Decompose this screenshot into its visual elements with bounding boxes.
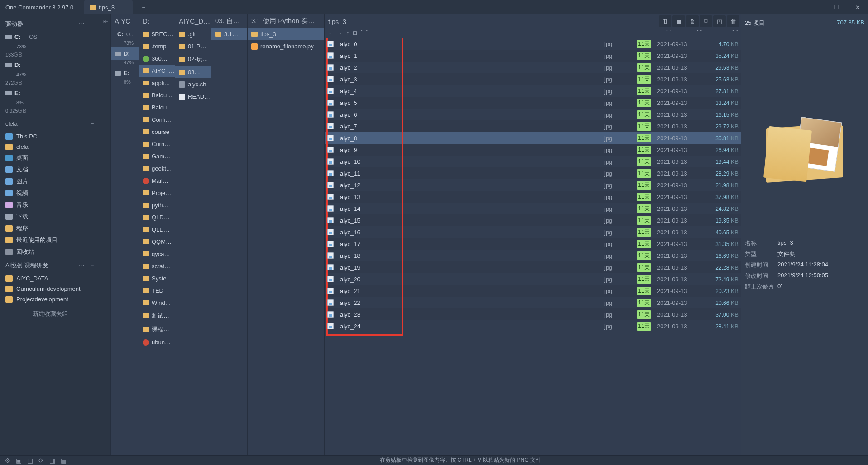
- file-row[interactable]: aiyc_8 jpg 11天 2021-09-13 36.81 KB: [325, 132, 741, 144]
- drive-item[interactable]: C: OS: [0, 32, 101, 42]
- column-item[interactable]: 测试…: [139, 309, 175, 323]
- column-item[interactable]: Syste…: [139, 272, 175, 285]
- layout-icon[interactable]: ▤: [61, 457, 67, 464]
- drive-item[interactable]: D:: [0, 60, 101, 70]
- column-header[interactable]: 3.1 使用 Python 实…: [248, 14, 324, 28]
- sidebar-item[interactable]: clela: [0, 142, 101, 152]
- sidebar-item[interactable]: 最近使用的项目: [0, 234, 101, 246]
- column-item[interactable]: QQM…: [139, 236, 175, 248]
- maximize-button[interactable]: ❐: [826, 0, 847, 14]
- column-header[interactable]: AIYC_D…: [175, 14, 211, 28]
- file-row[interactable]: aiyc_13 jpg 11天 2021-09-13 37.98 KB: [325, 191, 741, 203]
- nav-caretdown-icon[interactable]: ˇ: [366, 30, 368, 36]
- sort-col-icon[interactable]: ˇ: [670, 30, 671, 36]
- column-item[interactable]: 01-P…: [175, 40, 211, 52]
- column-item[interactable]: Mail…: [139, 175, 175, 187]
- settings-icon[interactable]: ⚙: [5, 457, 10, 464]
- nav-forward-icon[interactable]: →: [337, 30, 343, 36]
- file-row[interactable]: aiyc_22 jpg 11天 2021-09-13 20.66 KB: [325, 297, 741, 308]
- column-item[interactable]: TED: [139, 285, 175, 297]
- file-row[interactable]: aiyc_24 jpg 11天 2021-09-13 28.41 KB: [325, 320, 741, 332]
- column-item[interactable]: QLD…: [139, 223, 175, 236]
- file-row[interactable]: aiyc_19 jpg 11天 2021-09-13 22.28 KB: [325, 261, 741, 273]
- sidebar-item[interactable]: AIYC_DATA: [0, 273, 101, 284]
- columns-toggle[interactable]: ⇤: [101, 14, 110, 455]
- sidebar-item[interactable]: 图片: [0, 176, 101, 187]
- column-item[interactable]: Curri…: [139, 138, 175, 150]
- view-icon[interactable]: ▥: [49, 457, 55, 464]
- column-item[interactable]: 360…: [139, 52, 175, 65]
- sidebar-item[interactable]: 音乐: [0, 199, 101, 211]
- column-item[interactable]: ubun…: [139, 336, 175, 348]
- sidebar-item[interactable]: 视频: [0, 187, 101, 199]
- column-item[interactable]: Confi…: [139, 114, 175, 126]
- file-row[interactable]: aiyc_6 jpg 11天 2021-09-13 16.15 KB: [325, 109, 741, 120]
- file-row[interactable]: aiyc_4 jpg 11天 2021-09-13 27.81 KB: [325, 85, 741, 97]
- column-item[interactable]: 3.1…: [211, 28, 247, 40]
- column-item[interactable]: tips_3: [248, 28, 324, 40]
- drive-item[interactable]: C:O…: [111, 28, 139, 40]
- sidebar-item[interactable]: 回收站: [0, 246, 101, 258]
- column-item[interactable]: appli…: [139, 77, 175, 89]
- nav-up-icon[interactable]: ↑: [346, 30, 349, 36]
- new-favorites-button[interactable]: 新建收藏夹组: [33, 310, 68, 318]
- sort-col-icon[interactable]: ˆ: [666, 30, 668, 36]
- file-row[interactable]: aiyc_14 jpg 11天 2021-09-13 24.82 KB: [325, 203, 741, 214]
- file-row[interactable]: aiyc_11 jpg 11天 2021-09-13 28.29 KB: [325, 167, 741, 179]
- column-item[interactable]: pyth…: [139, 199, 175, 211]
- refresh-icon[interactable]: ⟳: [38, 457, 44, 464]
- column-item[interactable]: Baidu…: [139, 101, 175, 114]
- add-icon[interactable]: ＋: [89, 119, 95, 128]
- column-item[interactable]: QLD…: [139, 211, 175, 223]
- new-file-button[interactable]: 🗎: [686, 15, 699, 27]
- file-row[interactable]: aiyc_5 jpg 11天 2021-09-13 33.24 KB: [325, 97, 741, 109]
- sidebar-item[interactable]: This PC: [0, 131, 101, 142]
- add-icon[interactable]: ＋: [89, 20, 95, 28]
- file-row[interactable]: aiyc_7 jpg 11天 2021-09-13 29.72 KB: [325, 120, 741, 132]
- tab-tips3[interactable]: tips_3: [84, 0, 133, 14]
- minimize-button[interactable]: —: [806, 0, 826, 14]
- add-icon[interactable]: ＋: [89, 261, 95, 270]
- sort-col-icon[interactable]: ˆ: [697, 30, 699, 36]
- copy-button[interactable]: ⧉: [700, 15, 712, 27]
- nav-caret-icon[interactable]: ˆ: [361, 30, 363, 36]
- column-item[interactable]: $REC…: [139, 28, 175, 40]
- sort-toggle-button[interactable]: ⇅: [659, 15, 671, 27]
- sort-col-icon[interactable]: ˇ: [700, 30, 702, 36]
- file-row[interactable]: aiyc_16 jpg 11天 2021-09-13 40.65 KB: [325, 226, 741, 238]
- column-item[interactable]: Wind…: [139, 297, 175, 309]
- file-row[interactable]: aiyc_18 jpg 11天 2021-09-13 16.69 KB: [325, 250, 741, 261]
- file-row[interactable]: aiyc_17 jpg 11天 2021-09-13 31.35 KB: [325, 238, 741, 250]
- column-item[interactable]: Baidu…: [139, 89, 175, 101]
- main-column-title[interactable]: tips_3: [325, 18, 658, 25]
- sort-col-icon[interactable]: ˇ: [736, 30, 738, 36]
- list-view-button[interactable]: ≣: [672, 15, 685, 27]
- column-item[interactable]: AIYC_…: [139, 65, 175, 77]
- column-item[interactable]: 02-玩…: [175, 52, 211, 66]
- delete-button[interactable]: 🗑: [727, 15, 739, 27]
- column-item[interactable]: 03.…: [175, 66, 211, 78]
- more-icon[interactable]: ⋯: [79, 119, 85, 128]
- sidebar-item[interactable]: 桌面: [0, 152, 101, 164]
- file-row[interactable]: aiyc_2 jpg 11天 2021-09-13 29.53 KB: [325, 62, 741, 73]
- nav-newfolder-icon[interactable]: ⊞: [353, 30, 357, 36]
- sidebar-item[interactable]: 下载: [0, 211, 101, 223]
- external-button[interactable]: ◳: [713, 15, 726, 27]
- column-header[interactable]: D:: [139, 14, 175, 28]
- column-item[interactable]: Gam…: [139, 150, 175, 162]
- sort-col-icon[interactable]: ˆ: [732, 30, 734, 36]
- file-row[interactable]: aiyc_15 jpg 11天 2021-09-13 19.35 KB: [325, 214, 741, 226]
- nav-back-icon[interactable]: ←: [328, 30, 334, 36]
- file-row[interactable]: aiyc_20 jpg 11天 2021-09-13 72.49 KB: [325, 273, 741, 285]
- file-row[interactable]: aiyc_12 jpg 11天 2021-09-13 21.98 KB: [325, 179, 741, 191]
- column-item[interactable]: .temp: [139, 40, 175, 52]
- column-header[interactable]: AIYC: [111, 14, 139, 28]
- panes-icon[interactable]: ◫: [27, 457, 33, 464]
- sidebar-item[interactable]: Curriculum-development: [0, 284, 101, 294]
- add-tab-button[interactable]: ＋: [136, 0, 151, 14]
- file-row[interactable]: aiyc_1 jpg 11天 2021-09-13 35.24 KB: [325, 50, 741, 62]
- column-item[interactable]: 课程…: [139, 323, 175, 336]
- file-row[interactable]: aiyc_23 jpg 11天 2021-09-13 37.00 KB: [325, 308, 741, 320]
- more-icon[interactable]: ⋯: [79, 20, 85, 28]
- file-row[interactable]: aiyc_0 jpg 11天 2021-09-13 4.70 KB: [325, 38, 741, 50]
